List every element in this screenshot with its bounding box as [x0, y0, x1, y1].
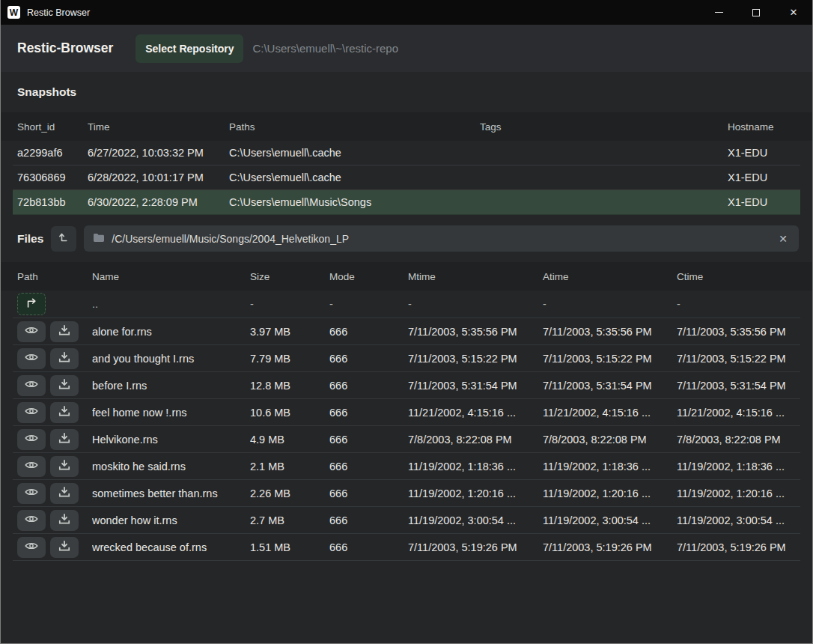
snapshot-paths: C:\Users\emuell\.cache — [229, 147, 480, 159]
file-atime: 7/11/2003, 5:31:54 PM — [543, 380, 677, 392]
snapshot-short-id: 72b813bb — [17, 196, 88, 208]
clear-path-button[interactable]: ✕ — [775, 231, 791, 247]
files-table-body: .. - - - - - — [1, 291, 812, 561]
empty-area — [1, 561, 812, 643]
file-ctime: 7/11/2003, 5:15:22 PM — [677, 353, 800, 365]
snapshot-row[interactable]: a2299af6 6/27/2022, 10:03:32 PM C:\Users… — [13, 141, 800, 165]
file-size: 10.6 MB — [250, 407, 329, 419]
file-mode: 666 — [329, 514, 408, 526]
snapshot-row[interactable]: 72b813bb 6/30/2022, 2:28:09 PM C:\Users\… — [13, 190, 800, 215]
files-toolbar: Files ✕ — [1, 215, 812, 262]
file-mtime: 11/19/2002, 3:00:54 ... — [408, 514, 543, 526]
file-row: feel home now !.rns 10.6 MB 666 11/21/20… — [13, 399, 800, 426]
file-name: moskito he said.rns — [92, 461, 250, 473]
snapshot-hostname: X1-EDU — [728, 171, 800, 183]
file-row: and you thought I.rns 7.79 MB 666 7/11/2… — [13, 345, 800, 372]
snapshot-short-id: a2299af6 — [17, 147, 88, 159]
snapshot-paths: C:\Users\emuell\.cache — [229, 171, 480, 183]
app-header: Restic-Browser Select Repository — [1, 25, 812, 72]
file-mode: 666 — [329, 541, 408, 553]
download-file-button[interactable] — [50, 402, 79, 423]
file-mode: 666 — [329, 326, 408, 338]
file-ctime: - — [677, 298, 800, 310]
file-name: .. — [92, 298, 250, 310]
maximize-button[interactable] — [737, 0, 775, 25]
snapshot-time: 6/30/2022, 2:28:09 PM — [88, 196, 229, 208]
up-then-right-arrow-icon — [25, 298, 37, 310]
preview-file-button[interactable] — [17, 537, 46, 558]
eye-icon — [25, 460, 38, 473]
preview-file-button[interactable] — [17, 348, 46, 369]
file-mtime: 7/8/2003, 8:22:08 PM — [408, 434, 543, 446]
download-icon — [58, 325, 70, 338]
file-actions — [17, 375, 92, 396]
file-name: and you thought I.rns — [92, 353, 250, 365]
preview-file-button[interactable] — [17, 321, 46, 342]
app-name: Restic-Browser — [17, 40, 113, 56]
window-title: Restic Browser — [27, 7, 90, 18]
file-name: feel home now !.rns — [92, 407, 250, 419]
current-path-box: ✕ — [84, 225, 799, 252]
file-mode: - — [329, 298, 408, 310]
download-file-button[interactable] — [50, 375, 79, 396]
file-mode: 666 — [329, 380, 408, 392]
snapshots-title: Snapshots — [17, 85, 76, 99]
file-atime: 11/19/2002, 1:20:16 ... — [543, 487, 677, 499]
file-row: wrecked because of.rns 1.51 MB 666 7/11/… — [13, 534, 800, 561]
file-mtime: 11/19/2002, 1:18:36 ... — [408, 461, 543, 473]
preview-file-button[interactable] — [17, 375, 46, 396]
file-mtime: 11/19/2002, 1:20:16 ... — [408, 487, 543, 499]
file-name: Helvikone.rns — [92, 434, 250, 446]
download-file-button[interactable] — [50, 429, 79, 450]
download-file-button[interactable] — [50, 510, 79, 531]
go-parent-directory-button[interactable] — [17, 293, 46, 315]
download-file-button[interactable] — [50, 348, 79, 369]
column-header-short-id: Short_id — [17, 121, 88, 133]
column-header-tags: Tags — [480, 121, 728, 133]
file-actions — [17, 483, 92, 504]
file-actions — [17, 429, 92, 450]
download-file-button[interactable] — [50, 483, 79, 504]
snapshots-table-body: a2299af6 6/27/2022, 10:03:32 PM C:\Users… — [1, 141, 812, 215]
go-up-directory-button[interactable] — [51, 226, 76, 252]
preview-file-button[interactable] — [17, 402, 46, 423]
download-icon — [58, 352, 70, 365]
file-mode: 666 — [329, 434, 408, 446]
file-row: moskito he said.rns 2.1 MB 666 11/19/200… — [13, 453, 800, 480]
close-icon: ✕ — [790, 7, 798, 17]
app-window: W Restic Browser ✕ Restic-Browser Select… — [0, 0, 813, 644]
file-ctime: 7/11/2003, 5:35:56 PM — [677, 326, 800, 338]
eye-icon — [25, 514, 38, 526]
preview-file-button[interactable] — [17, 456, 46, 477]
column-header-atime: Atime — [543, 271, 677, 282]
download-icon — [58, 541, 70, 553]
preview-file-button[interactable] — [17, 429, 46, 450]
snapshots-section-header: Snapshots — [1, 72, 812, 112]
preview-file-button[interactable] — [17, 510, 46, 531]
minimize-button[interactable] — [700, 0, 737, 25]
file-ctime: 11/19/2002, 1:20:16 ... — [677, 487, 800, 499]
close-button[interactable]: ✕ — [775, 0, 812, 25]
snapshot-row[interactable]: 76306869 6/28/2022, 10:01:17 PM C:\Users… — [13, 165, 800, 190]
download-file-button[interactable] — [50, 537, 79, 558]
files-path-input[interactable] — [112, 233, 768, 245]
minimize-icon — [715, 12, 723, 13]
file-name: wonder how it.rns — [92, 514, 250, 526]
parent-directory-row[interactable]: .. - - - - - — [13, 291, 800, 318]
column-header-ctime: Ctime — [677, 271, 812, 282]
folder-icon — [93, 232, 105, 246]
download-icon — [58, 460, 70, 473]
titlebar[interactable]: W Restic Browser ✕ — [1, 0, 812, 25]
maximize-icon — [752, 9, 760, 16]
download-file-button[interactable] — [50, 456, 79, 477]
select-repository-button[interactable]: Select Repository — [136, 34, 243, 63]
files-title: Files — [17, 232, 43, 246]
file-row: wonder how it.rns 2.7 MB 666 11/19/2002,… — [13, 507, 800, 534]
file-ctime: 7/11/2003, 5:19:26 PM — [677, 541, 800, 553]
file-ctime: 7/11/2003, 5:31:54 PM — [677, 380, 800, 392]
file-atime: 7/11/2003, 5:15:22 PM — [543, 353, 677, 365]
preview-file-button[interactable] — [17, 483, 46, 504]
repository-path-field[interactable] — [252, 42, 701, 55]
file-size: 7.79 MB — [250, 353, 329, 365]
download-file-button[interactable] — [50, 321, 79, 342]
